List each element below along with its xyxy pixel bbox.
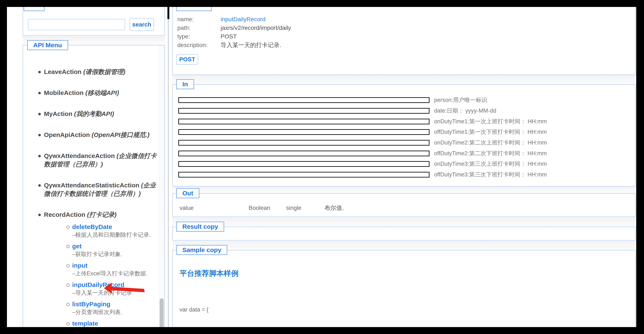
link-desc: –获取打卡记录对象. [72,250,158,258]
param-input-offdutytime3[interactable] [178,172,430,177]
param-input-ondutytime2[interactable] [178,140,430,146]
param-label-ondutytime2: onDutyTime2:第二次上班打卡时间： HH:mm [434,140,547,146]
menu-item-desc: (打卡记录) [87,211,116,218]
list-item: input –上传Excel导入打卡记录数据. [44,261,158,277]
result-copy-legend: Result copy [176,222,224,232]
description-value: 导入某一天的打卡记录. [221,41,281,49]
link-desc: –分页查询班次列表. [72,308,158,316]
gap-band [172,241,636,250]
menu-item-desc: (我的考勤API) [74,110,114,117]
param-input-ondutytime1[interactable] [178,119,430,124]
param-label-ondutytime3: onDutyTime3:第三次上班打卡时间： HH:mm [434,161,547,167]
link-get[interactable]: get [72,242,158,250]
menu-item-desc: (OpenAPI接口规范.) [92,131,150,138]
menu-item-name: MobileAction [44,89,84,96]
menu-item-leaveaction: LeaveAction (请假数据管理) [23,68,158,76]
param-label-offdutytime3: offDutyTime3:第三次下班打卡时间： HH:mm [434,172,547,177]
red-annotation-arrow-icon [102,281,148,296]
detail-fieldset-legend-cut [176,7,212,11]
menu-item-name: OpenApiAction [44,131,90,138]
link-desc: –根据人员和日期删除打卡记录. [72,231,158,239]
result-copy-fieldset [172,227,636,241]
out-cardinality: single [286,204,302,212]
link-listbypaging[interactable]: listByPaging [72,300,158,308]
menu-item-qywxattendancestatisticaction: QywxAttendanceStatisticAction (企业微信打卡数据统… [23,181,158,198]
param-input-offdutytime1[interactable] [178,129,430,135]
sample-heading: 平台推荐脚本样例 [180,268,238,278]
path-value: jaxrs/v2/record/import/daily [221,24,291,32]
out-desc: 布尔值. [324,204,344,212]
menu-item-openapiaction: OpenApiAction (OpenAPI接口规范.) [23,131,158,139]
param-label-ondutytime1: onDutyTime1:第一次上班打卡时间： HH:mm [434,119,547,124]
out-fieldset [172,193,636,217]
gap-band [172,75,636,84]
sample-code-block: var data = { "person" : "参数", "date" : "… [180,288,248,327]
description-label: description: [177,41,208,49]
menu-item-recordaction: RecordAction (打卡记录) deleteByDate –根据人员和日… [23,210,158,327]
menu-item-name: LeaveAction [44,68,82,75]
param-input-offdutytime2[interactable] [178,151,430,156]
main-scrollbar-thumb[interactable] [168,7,169,19]
out-type: Boolean [248,204,270,212]
list-item: deleteByDate –根据人员和日期删除打卡记录. [44,223,158,239]
screenshot-frame: search API Menu LeaveAction (请假数据管理) Mob… [0,0,644,334]
type-value: POST [221,32,236,41]
link-deletebydate[interactable]: deleteByDate [72,223,158,231]
gap-band [172,217,636,227]
recordaction-sublist: deleteByDate –根据人员和日期删除打卡记录. get –获取打卡记录… [44,223,158,327]
panel-divider [168,7,168,327]
api-menu-legend: API Menu [27,40,68,50]
param-label-offdutytime2: offDutyTime2:第二次下班打卡时间： HH:mm [434,151,547,156]
list-item: listByPaging –分页查询班次列表. [44,300,158,316]
search-button[interactable]: search [130,18,154,31]
menu-item-name: RecordAction [44,211,86,218]
type-label: type: [177,32,190,41]
link-template[interactable]: template [72,319,158,327]
name-value-link[interactable]: inputDailyRecord [221,16,266,22]
gap-band [172,186,636,193]
post-method-button[interactable]: POST [176,54,198,65]
list-item: template [44,319,158,327]
menu-item-mobileaction: MobileAction (移动端API) [23,89,158,97]
link-desc: –上传Excel导入打卡记录数据. [72,270,158,277]
sample-copy-legend: Sample copy [176,245,227,255]
param-input-ondutytime3[interactable] [178,161,430,167]
link-input[interactable]: input [72,261,158,270]
sidebar-scrollbar-track[interactable] [159,45,164,327]
page: search API Menu LeaveAction (请假数据管理) Mob… [7,7,636,327]
out-legend: Out [176,188,200,198]
param-input-date[interactable] [178,108,430,114]
menu-item-name: QywxAttendanceStatisticAction [44,182,139,189]
menu-item-qywxattendanceaction: QywxAttendanceAction (企业微信打卡数据管理（已弃用）) [23,152,158,168]
sidebar-scrollbar-thumb[interactable] [160,298,164,327]
param-input-person[interactable] [178,97,430,103]
name-label: name: [177,15,194,23]
search-input[interactable] [28,19,125,30]
menu-item-desc: (请假数据管理) [83,68,125,75]
param-label-offdutytime1: offDutyTime1:第一次下班打卡时间： HH:mm [434,129,547,135]
code-line: var data = { [180,305,248,314]
param-label-person: person:用户唯一标识 [434,97,487,103]
search-fieldset-legend-cut [24,7,44,11]
out-name: value [180,204,194,212]
in-legend: In [176,79,194,89]
menu-item-myaction: MyAction (我的考勤API) [23,110,158,118]
param-label-date: date:日期： yyyy-MM-dd [434,108,496,114]
path-label: path: [177,24,190,32]
menu-item-name: QywxAttendanceAction [44,152,115,159]
list-item: get –获取打卡记录对象. [44,242,158,258]
menu-item-desc: (移动端API) [86,89,119,96]
menu-item-name: MyAction [44,110,72,117]
